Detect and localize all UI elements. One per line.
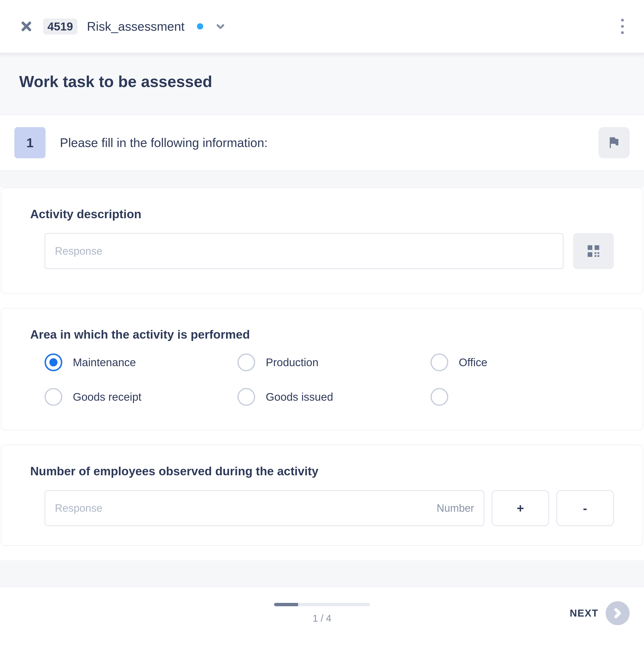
area-label: Area in which the activity is performed	[30, 328, 614, 342]
chevron-right-icon	[612, 608, 623, 618]
employees-input-wrap[interactable]: Number	[45, 490, 484, 526]
svg-point-0	[621, 19, 624, 22]
progress-fill	[274, 603, 298, 606]
next-circle	[606, 601, 630, 625]
area-radio-option[interactable]: Maintenance	[45, 353, 228, 371]
status-dot-icon	[197, 23, 203, 29]
area-radio-option[interactable]: Goods receipt	[45, 388, 228, 406]
progress-text: 1 / 4	[274, 613, 370, 624]
svg-rect-3	[588, 245, 592, 250]
radio-label: Goods issued	[266, 390, 333, 403]
radio-icon	[431, 388, 448, 406]
svg-rect-7	[598, 252, 599, 254]
area-radio-group: MaintenanceProductionOfficeGoods receipt…	[45, 353, 614, 406]
radio-label: Production	[266, 356, 318, 369]
qr-code-icon	[586, 244, 600, 258]
progress-bar	[274, 603, 370, 606]
svg-rect-8	[595, 255, 596, 257]
svg-rect-6	[595, 252, 596, 254]
area-radio-option[interactable]: Office	[431, 353, 614, 371]
next-label: NEXT	[570, 608, 598, 619]
radio-label: Goods receipt	[73, 390, 141, 403]
radio-icon	[237, 353, 255, 371]
svg-rect-5	[588, 252, 592, 257]
section-heading: Work task to be assessed	[19, 72, 625, 91]
question-number-badge: 1	[14, 127, 46, 158]
area-radio-option[interactable]: Production	[237, 353, 421, 371]
radio-icon	[45, 353, 62, 371]
header-bar: 4519 Risk_assessment	[0, 0, 644, 53]
increment-button[interactable]: +	[492, 490, 549, 526]
close-button[interactable]	[19, 19, 33, 34]
question-prompt: Please fill in the following information…	[60, 135, 268, 150]
question-header: 1 Please fill in the following informati…	[0, 115, 644, 171]
section-heading-wrap: Work task to be assessed	[0, 53, 644, 115]
qr-scan-button[interactable]	[573, 233, 614, 269]
next-button[interactable]: NEXT	[570, 601, 630, 625]
more-vertical-icon	[620, 17, 625, 36]
svg-point-1	[621, 25, 624, 28]
activity-description-input[interactable]	[45, 233, 564, 269]
decrement-button[interactable]: -	[556, 490, 614, 526]
radio-icon	[431, 353, 448, 371]
footer-bar: 1 / 4 NEXT	[0, 587, 644, 639]
activity-description-label: Activity description	[30, 207, 614, 221]
employees-card: Number of employees observed during the …	[1, 445, 643, 546]
svg-point-2	[621, 31, 624, 34]
close-icon	[21, 21, 32, 32]
title-dropdown-toggle[interactable]	[215, 21, 226, 32]
record-id-badge: 4519	[43, 19, 77, 35]
activity-description-card: Activity description	[1, 188, 643, 293]
flag-button[interactable]	[598, 127, 630, 158]
area-radio-option[interactable]	[431, 388, 614, 406]
area-card: Area in which the activity is performed …	[1, 308, 643, 430]
flag-icon	[607, 136, 621, 149]
employees-hint: Number	[437, 502, 474, 514]
employees-label: Number of employees observed during the …	[30, 464, 614, 478]
radio-icon	[237, 388, 255, 406]
svg-rect-4	[595, 245, 599, 250]
area-radio-option[interactable]: Goods issued	[237, 388, 421, 406]
more-menu-button[interactable]	[615, 15, 630, 38]
svg-rect-9	[598, 255, 599, 257]
employees-input[interactable]	[55, 491, 437, 525]
radio-label: Maintenance	[73, 356, 136, 369]
radio-icon	[45, 388, 62, 406]
record-title: Risk_assessment	[87, 19, 184, 34]
radio-label: Office	[459, 356, 487, 369]
chevron-down-icon	[216, 22, 225, 31]
